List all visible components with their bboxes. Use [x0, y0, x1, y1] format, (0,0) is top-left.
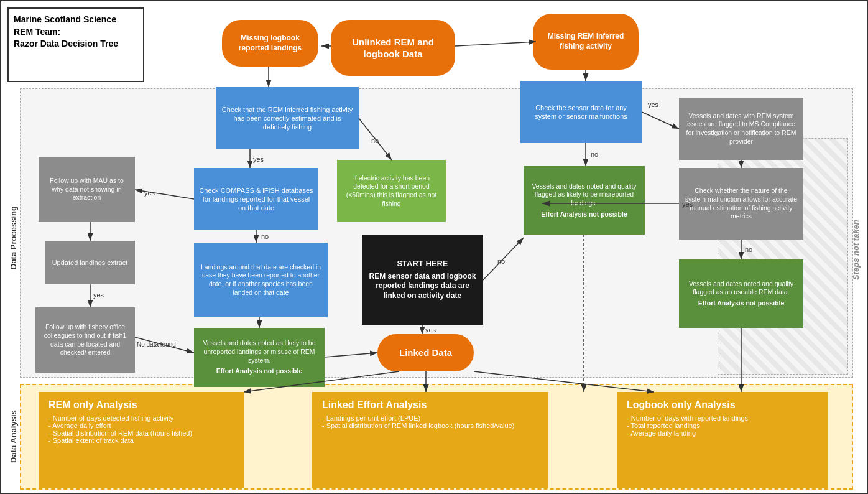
node-updated-extract: Updated landings extract	[45, 241, 135, 284]
node-logbook-only-analysis: Logbook only Analysis Number of days wit…	[617, 392, 828, 488]
node-rem-only-analysis: REM only Analysis Number of days detecte…	[39, 392, 244, 488]
node-unlinked-rem: Unlinked REM and logbook Data	[331, 20, 455, 76]
node-vessels-misreported: Vessels and dates noted and quality flag…	[524, 166, 645, 235]
rem-only-list: Number of days detected fishing activity…	[48, 414, 234, 444]
title-box: Marine Scotland Science REM Team: Razor …	[7, 7, 144, 82]
node-vessels-no-useable: Vessels and dates noted and quality flag…	[679, 259, 803, 328]
title-line2: REM Team:	[14, 26, 138, 39]
label-data-analysis: Data Analysis	[9, 387, 18, 487]
node-vessels-unreported: Vessels and dates noted as likely to be …	[194, 328, 325, 387]
linked-effort-list: Landings per unit effort (LPUE) Spatial …	[322, 414, 538, 429]
node-follow-up-mau: Follow up with MAU as to why data not sh…	[39, 157, 135, 222]
node-check-rem-activity: Check that the REM inferred fishing acti…	[216, 87, 359, 149]
node-electric-activity: If electric activity has been detected f…	[337, 160, 446, 222]
logbook-only-list: Number of days with reported landings To…	[627, 414, 818, 437]
start-here-label: START HERE	[397, 259, 448, 269]
title-line3: Razor Data Decision Tree	[14, 38, 138, 50]
label-data-processing: Data Processing	[9, 101, 18, 375]
node-missing-rem: Missing REM inferred fishing activity	[533, 14, 639, 70]
node-landings-checked: Landings around that date are checked in…	[194, 243, 328, 317]
node-check-nature: Check whether the nature of the system m…	[679, 168, 803, 240]
node-linked-data: Linked Data	[377, 334, 474, 371]
node-follow-up-fishery: Follow up with fishery office colleagues…	[35, 307, 135, 373]
title-line1: Marine Scotland Science	[14, 14, 138, 26]
diagram-container: Marine Scotland Science REM Team: Razor …	[0, 0, 868, 494]
node-start-here: START HERE REM sensor data and logbook r…	[362, 235, 483, 325]
label-steps-not-taken: Steps not taken	[851, 138, 861, 362]
node-check-sensor: Check the sensor data for any system or …	[520, 81, 642, 143]
node-linked-effort-analysis: Linked Effort Analysis Landings per unit…	[312, 392, 548, 488]
node-missing-logbook: Missing logbook reported landings	[222, 20, 318, 67]
node-check-compass: Check COMPASS & iFISH databases for land…	[194, 168, 318, 230]
node-vessels-system-issues: Vessels and dates with REM system issues…	[679, 98, 803, 160]
svg-line-3	[455, 42, 536, 46]
